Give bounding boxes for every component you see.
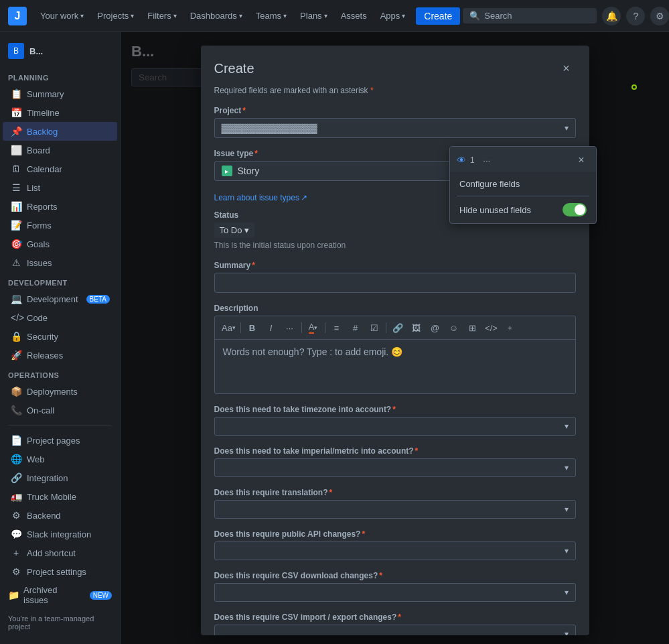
config-popup-header: 👁 1 ··· × — [450, 147, 596, 172]
topnav-right: 🔍 Search 🔔 ? ⚙ U — [463, 7, 669, 25]
settings-button[interactable]: ⚙ — [650, 7, 669, 25]
config-popup-wrapper: 👁 1 ··· × Configure fields Hide unused f… — [631, 84, 637, 90]
sidebar-item-calendar[interactable]: 🗓 Calendar — [3, 159, 117, 178]
sidebar-item-releases[interactable]: 🚀 Releases — [3, 346, 117, 365]
apps-nav[interactable]: Apps ▾ — [375, 8, 411, 23]
csv-download-field: Does this require CSV download changes? … — [214, 571, 576, 602]
more-toolbar-button[interactable]: + — [502, 319, 519, 336]
modal-close-button[interactable]: × — [557, 59, 576, 78]
sidebar-item-goals[interactable]: 🎯 Goals — [3, 235, 117, 253]
sidebar-item-add-shortcut[interactable]: + Add shortcut — [3, 543, 117, 562]
help-button[interactable]: ? — [626, 7, 645, 25]
chevron-down-icon: ▾ — [80, 12, 84, 19]
logo[interactable]: J — [8, 7, 27, 25]
projects-nav[interactable]: Projects ▾ — [92, 8, 139, 23]
sidebar-item-reports[interactable]: 📊 Reports — [3, 197, 117, 216]
configure-fields-popup: 👁 1 ··· × Configure fields Hide unused f… — [449, 146, 597, 224]
status-button[interactable]: To Do ▾ — [214, 222, 255, 238]
integration-icon: 🔗 — [11, 472, 21, 483]
toolbar-separator — [386, 322, 386, 333]
action-button[interactable]: ☑ — [366, 319, 383, 336]
create-button[interactable]: Create — [416, 7, 460, 25]
list-icon: ☰ — [11, 182, 21, 193]
sidebar-item-security[interactable]: 🔒 Security — [3, 327, 117, 346]
forms-icon: 📝 — [11, 220, 21, 231]
translation-label: Does this require translation? * — [214, 488, 576, 497]
popup-actions: 👁 1 ··· — [457, 152, 495, 168]
summary-input[interactable] — [214, 273, 576, 293]
sidebar-item-code[interactable]: </> Code — [3, 308, 117, 327]
chevron-down-icon: ▾ — [173, 12, 177, 19]
dashboards-nav[interactable]: Dashboards ▾ — [185, 8, 248, 23]
imperial-metric-field: Does this need to take imperial/metric i… — [214, 446, 576, 477]
add-shortcut-icon: + — [11, 548, 21, 558]
emoji-button[interactable]: ☺ — [445, 319, 463, 336]
sidebar-item-timeline[interactable]: 📅 Timeline — [3, 103, 117, 122]
popup-close-button[interactable]: × — [573, 152, 589, 168]
mention-button[interactable]: @ — [427, 319, 444, 336]
teams-nav[interactable]: Teams ▾ — [250, 8, 292, 23]
sidebar-item-truck-mobile[interactable]: 🚛 Truck Mobile — [3, 487, 117, 506]
sidebar-item-forms[interactable]: 📝 Forms — [3, 216, 117, 235]
bold-button[interactable]: B — [244, 319, 261, 336]
learn-about-issue-types-link[interactable]: Learn about issue types ↗ — [214, 193, 307, 202]
sidebar-item-integration[interactable]: 🔗 Integration — [3, 468, 117, 487]
sidebar-item-issues[interactable]: ⚠ Issues — [3, 253, 117, 272]
sidebar-item-backlog[interactable]: 📌 Backlog — [3, 122, 117, 141]
popup-more-button[interactable]: ··· — [479, 152, 495, 168]
hide-unused-fields-item[interactable]: Hide unused fields — [450, 196, 596, 223]
italic-button[interactable]: I — [263, 319, 280, 336]
assets-nav[interactable]: Assets — [336, 8, 372, 23]
text-color-button[interactable]: A ▾ — [305, 319, 322, 336]
search-box[interactable]: 🔍 Search — [463, 8, 597, 23]
text-style-button[interactable]: Aa ▾ — [220, 319, 238, 336]
translation-select[interactable]: ▾ — [214, 500, 576, 519]
sidebar-project[interactable]: B B... — [0, 38, 120, 67]
timezone-select[interactable]: ▾ — [214, 417, 576, 436]
code-button[interactable]: </> — [483, 319, 500, 336]
chevron-down-icon: ▾ — [565, 422, 569, 431]
sidebar-item-development[interactable]: 💻 Development BETA — [3, 289, 117, 308]
image-button[interactable]: 🖼 — [408, 319, 425, 336]
sidebar-item-board[interactable]: ⬜ Board — [3, 141, 117, 159]
main-layout: B B... PLANNING 📋 Summary 📅 Timeline 📌 B… — [0, 32, 669, 644]
sidebar-item-summary[interactable]: 📋 Summary — [3, 84, 117, 103]
table-button[interactable]: ⊞ — [464, 319, 481, 336]
sidebar-item-oncall[interactable]: 📞 On-call — [3, 401, 117, 420]
description-label: Description — [214, 304, 576, 313]
description-field: Description Aa ▾ B I ··· — [214, 304, 576, 394]
sidebar-item-list[interactable]: ☰ List — [3, 178, 117, 197]
csv-download-select[interactable]: ▾ — [214, 583, 576, 602]
imperial-metric-select[interactable]: ▾ — [214, 458, 576, 477]
sidebar-item-project-pages[interactable]: 📄 Project pages — [3, 431, 117, 450]
number-list-button[interactable]: # — [347, 319, 364, 336]
sidebar-item-archived[interactable]: 📁 Archived issues NEW — [0, 581, 120, 609]
chevron-down-icon: ▾ — [565, 505, 569, 514]
plans-nav[interactable]: Plans ▾ — [295, 8, 333, 23]
project-select[interactable]: ▓▓▓▓▓▓▓▓▓▓▓▓▓▓ ▾ — [214, 118, 576, 138]
external-link-icon: ↗ — [301, 193, 307, 202]
sidebar-item-slack-integration[interactable]: 💬 Slack integration — [3, 525, 117, 543]
sidebar-item-deployments[interactable]: 📦 Deployments — [3, 382, 117, 401]
more-format-button[interactable]: ··· — [281, 319, 299, 336]
releases-icon: 🚀 — [11, 350, 21, 361]
public-api-select[interactable]: ▾ — [214, 541, 576, 560]
sidebar-item-project-settings[interactable]: ⚙ Project settings — [3, 562, 117, 581]
notifications-button[interactable]: 🔔 — [602, 7, 621, 25]
configure-fields-item[interactable]: Configure fields — [450, 172, 596, 196]
chevron-down-icon: ▾ — [314, 324, 317, 331]
editor-content[interactable]: Words not enough? Type : to add emoji. 😊 — [215, 340, 575, 393]
link-button[interactable]: 🔗 — [389, 319, 406, 336]
planning-section-header: PLANNING — [0, 67, 120, 84]
sidebar-item-web[interactable]: 🌐 Web — [3, 450, 117, 468]
csv-import-export-select[interactable]: ▾ — [214, 625, 576, 635]
beta-badge: BETA — [86, 295, 110, 304]
filters-nav[interactable]: Filters ▾ — [142, 8, 181, 23]
sidebar-item-backend[interactable]: ⚙ Backend — [3, 506, 117, 525]
your-work-nav[interactable]: Your work ▾ — [35, 8, 89, 23]
bullet-list-button[interactable]: ≡ — [328, 319, 346, 336]
web-icon: 🌐 — [11, 454, 21, 464]
hide-unused-fields-toggle[interactable] — [563, 203, 587, 216]
chevron-down-icon: ▾ — [232, 324, 236, 331]
modal-backdrop[interactable]: Create × Required fields are marked with… — [121, 32, 669, 644]
